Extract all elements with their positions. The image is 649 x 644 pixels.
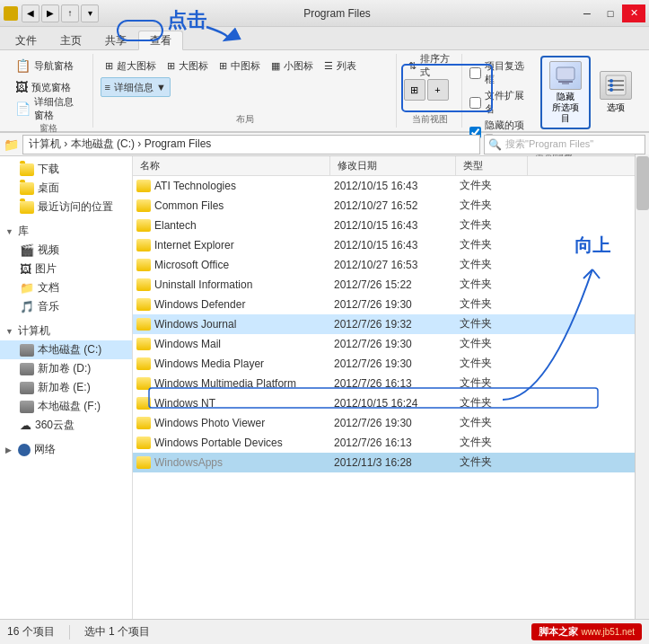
nav-item-docs[interactable]: 📁 文档 (0, 278, 132, 297)
network-header[interactable]: ▶ 网络 (0, 440, 132, 459)
folder-icon (136, 417, 151, 429)
nav-item-f-drive[interactable]: 本地磁盘 (F:) (0, 397, 132, 416)
nav-item-downloads[interactable]: 下载 (0, 160, 132, 179)
column-header: 名称 修改日期 类型 (133, 156, 649, 176)
file-type-cell: 文件夹 (460, 356, 645, 371)
sort-by-button[interactable]: ⇅ 排序方式 (404, 56, 456, 75)
computer-header[interactable]: ▼ 计算机 (0, 322, 132, 340)
table-row[interactable]: Windows NT2012/10/15 16:24文件夹 (133, 393, 649, 413)
search-box[interactable]: 🔍 搜索"Program Files" (484, 135, 645, 154)
desktop-label: 桌面 (38, 181, 59, 196)
file-type-cell: 文件夹 (460, 435, 645, 450)
libraries-header[interactable]: ▼ 库 (0, 222, 132, 241)
back-button[interactable]: ◀ (22, 4, 39, 22)
ext-checkbox[interactable] (469, 97, 481, 109)
small-icon-button[interactable]: ▦ 小图标 (267, 56, 318, 75)
recent-button[interactable]: ▾ (81, 4, 99, 22)
tab-share[interactable]: 共享 (93, 31, 138, 49)
details-pane-button[interactable]: 📄 详细信息窗格 (11, 99, 87, 119)
file-name: Windows Journal (154, 318, 236, 331)
nav-item-cloud[interactable]: ☁ 360云盘 (0, 416, 132, 435)
table-row[interactable]: Microsoft Office2012/10/27 16:53文件夹 (133, 255, 649, 275)
table-row[interactable]: Windows Mail2012/7/26 19:30文件夹 (133, 334, 649, 354)
item-checkbox[interactable] (469, 67, 481, 79)
hide-selected-button[interactable]: 隐藏 所选项目 (540, 56, 590, 129)
folder-icon (136, 219, 151, 232)
tab-home[interactable]: 主页 (48, 31, 93, 49)
file-type-cell: 文件夹 (460, 277, 645, 292)
file-name-cell: Windows Media Player (136, 357, 334, 370)
file-date-cell: 2012/7/26 19:32 (334, 318, 460, 331)
col-header-name[interactable]: 名称 (133, 156, 330, 175)
table-row[interactable]: ATI Technologies2012/10/15 16:43文件夹 (133, 176, 649, 196)
file-list: 名称 修改日期 类型 ATI Technologies2012/10/15 16… (133, 156, 649, 621)
title-bar: ◀ ▶ ↑ ▾ Program Files ─ □ ✕ (0, 0, 649, 27)
nav-item-e-drive[interactable]: 新加卷 (E:) (0, 378, 132, 397)
col-header-type[interactable]: 类型 (456, 156, 528, 175)
nav-item-videos[interactable]: 🎬 视频 (0, 241, 132, 260)
video-icon: 🎬 (20, 243, 34, 257)
status-bar: 16 个项目 选中 1 个项目 脚本之家 www.jb51.net (0, 619, 649, 644)
options-button[interactable]: 选项 (594, 56, 638, 129)
file-type-cell: 文件夹 (460, 198, 645, 213)
extra-large-label: 超大图标 (117, 59, 156, 73)
scrollbar[interactable] (635, 154, 649, 619)
libraries-arrow: ▼ (5, 227, 16, 236)
table-row[interactable]: Windows Defender2012/7/26 19:30文件夹 (133, 295, 649, 314)
title-bar-left: ◀ ▶ ↑ ▾ (4, 4, 99, 22)
list-button[interactable]: ☰ 列表 (320, 56, 361, 75)
folder-icon (136, 456, 151, 469)
table-row[interactable]: WindowsApps2012/11/3 16:28文件夹 (133, 453, 649, 472)
details-button[interactable]: ≡ 详细信息 ▼ (101, 77, 171, 97)
folder-icon (136, 298, 151, 311)
nav-pane-label: 导航窗格 (34, 59, 74, 73)
nav-item-d-drive[interactable]: 新加卷 (D:) (0, 359, 132, 378)
nav-item-desktop[interactable]: 桌面 (0, 179, 132, 198)
address-input[interactable]: 计算机 › 本地磁盘 (C:) › Program Files (22, 135, 480, 154)
close-button[interactable]: ✕ (622, 4, 645, 22)
file-name-cell: Common Files (136, 199, 334, 212)
maximize-button[interactable]: □ (599, 4, 622, 22)
svg-rect-0 (557, 67, 574, 80)
tab-file[interactable]: 文件 (4, 31, 48, 49)
nav-item-music[interactable]: 🎵 音乐 (0, 297, 132, 316)
file-name-cell: Uninstall Information (136, 278, 334, 291)
group-button[interactable]: ⊞ (404, 79, 425, 101)
file-type-cell: 文件夹 (460, 415, 645, 430)
table-row[interactable]: Windows Portable Devices2012/7/26 16:13文… (133, 433, 649, 453)
network-arrow: ▶ (5, 446, 16, 454)
table-row[interactable]: Windows Photo Viewer2012/7/26 19:30文件夹 (133, 413, 649, 433)
table-row[interactable]: Internet Explorer2012/10/15 16:43文件夹 (133, 235, 649, 255)
item-count: 16 个项目 (7, 624, 55, 640)
nav-item-c-drive[interactable]: 本地磁盘 (C:) (0, 340, 132, 359)
address-bar: 📁 计算机 › 本地磁盘 (C:) › Program Files 🔍 搜索"P… (0, 133, 649, 156)
table-row[interactable]: Elantech2012/10/15 16:43文件夹 (133, 216, 649, 235)
extra-large-icon-button[interactable]: ⊞ 超大图标 (101, 56, 161, 75)
table-row[interactable]: Common Files2012/10/27 16:52文件夹 (133, 196, 649, 216)
col-header-date[interactable]: 修改日期 (330, 156, 456, 175)
table-row[interactable]: Windows Multimedia Platform2012/7/26 16:… (133, 374, 649, 393)
nav-item-recent[interactable]: 最近访问的位置 (0, 198, 132, 216)
tab-view[interactable]: 查看 (138, 31, 183, 50)
minimize-button[interactable]: ─ (575, 4, 599, 22)
layout-icon2: ⊞ (167, 60, 175, 72)
medium-icon-button[interactable]: ⊞ 中图标 (215, 56, 265, 75)
scrollbar-thumb[interactable] (636, 156, 649, 210)
large-icon-button[interactable]: ⊞ 大图标 (162, 56, 213, 75)
add-columns-button[interactable]: + (427, 79, 449, 101)
forward-button[interactable]: ▶ (41, 4, 59, 22)
item-checkbox-label: 项目复选框 (485, 59, 533, 86)
nav-item-pictures[interactable]: 🖼 图片 (0, 260, 132, 278)
folder-icon (136, 318, 151, 331)
table-row[interactable]: Uninstall Information2012/7/26 15:22文件夹 (133, 275, 649, 295)
table-row[interactable]: Windows Journal2012/7/26 19:32文件夹 (133, 314, 649, 334)
ribbon-group-show-hide: 项目复选框 文件扩展名 隐藏的项目 (464, 54, 644, 128)
table-row[interactable]: Windows Media Player2012/7/26 19:30文件夹 (133, 354, 649, 374)
up-button[interactable]: ↑ (61, 4, 79, 22)
svg-point-7 (610, 79, 613, 83)
current-view-content: ⇅ 排序方式 ⊞ + (404, 56, 456, 110)
ext-label: 文件扩展名 (485, 89, 533, 116)
nav-pane-button[interactable]: 📋 导航窗格 (11, 56, 87, 75)
computer-label: 计算机 (18, 323, 50, 339)
preview-pane-button[interactable]: 🖼 预览窗格 (11, 77, 87, 97)
